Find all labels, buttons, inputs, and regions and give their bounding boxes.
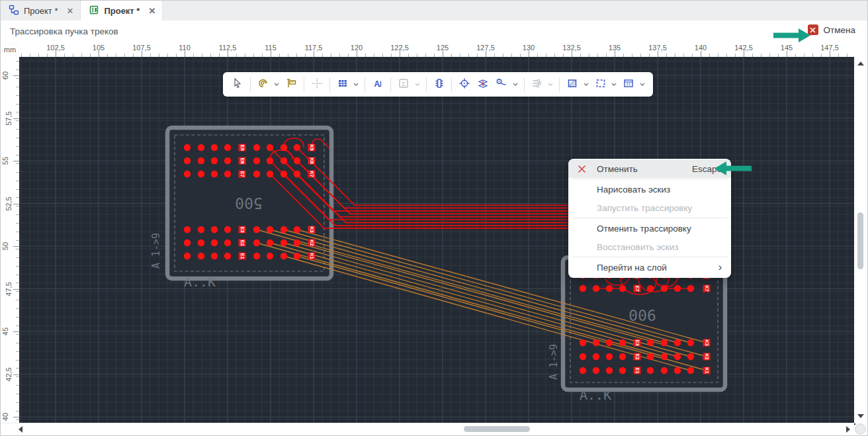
scroll-down-icon[interactable] xyxy=(857,414,864,418)
menu-item-restore-sketch[interactable]: Восстановить эскиз xyxy=(568,238,731,256)
toolbar-divider xyxy=(250,77,251,92)
toolbar-button-selection-area[interactable] xyxy=(592,76,609,93)
ruler-tick xyxy=(56,51,56,57)
svg-text:K3: K3 xyxy=(704,339,710,346)
toolbar-button-measure[interactable] xyxy=(282,76,300,93)
svg-text:K1: K1 xyxy=(309,253,315,259)
ruler-tick xyxy=(13,289,19,290)
ruler-label: 50 xyxy=(1,242,9,250)
cancel-x-icon xyxy=(578,165,589,173)
scroll-left-icon[interactable] xyxy=(19,426,22,433)
horizontal-scroll-thumb[interactable] xyxy=(464,426,530,432)
ruler-label: 57,5 xyxy=(5,111,13,125)
scroll-up-icon[interactable] xyxy=(857,62,864,65)
toolbar-button-align[interactable] xyxy=(308,76,326,93)
svg-text:K8: K8 xyxy=(309,157,315,164)
ruler-tick xyxy=(13,374,19,375)
ruler-tick xyxy=(572,51,572,57)
chevron-down-icon[interactable] xyxy=(610,76,619,93)
ruler-label: 132,5 xyxy=(557,44,586,52)
vertical-scrollbar[interactable] xyxy=(854,42,867,423)
resize-grip[interactable] xyxy=(855,423,866,435)
svg-text:900: 900 xyxy=(629,306,656,324)
ruler-label: 127,5 xyxy=(471,44,500,52)
toolbar-button-panel[interactable] xyxy=(620,76,637,93)
menu-item-label: Запустить трассировку xyxy=(597,203,692,213)
ruler-label: 40 xyxy=(1,413,9,421)
ruler-tick xyxy=(228,51,228,57)
scroll-right-icon[interactable] xyxy=(846,426,850,433)
selection-area-icon xyxy=(595,77,607,92)
menu-divider xyxy=(572,257,727,257)
panel-icon xyxy=(623,77,634,92)
tab-project-pcb[interactable]: Проект * ✕ xyxy=(81,1,163,21)
toolbar-divider xyxy=(390,77,391,92)
ruler-tick xyxy=(443,51,443,57)
toolbar-button-layer-transition[interactable] xyxy=(474,76,492,93)
menu-item-draw-sketch[interactable]: Нарисовать эскиз xyxy=(568,180,731,198)
chevron-down-icon[interactable] xyxy=(272,76,281,93)
close-icon[interactable]: ✕ xyxy=(67,6,74,16)
ruler-tick xyxy=(314,51,314,57)
menu-item-go-to-layer[interactable]: Перейти на слой› xyxy=(568,258,731,277)
menu-item-cancel[interactable]: ОтменитьEscape xyxy=(568,159,731,178)
toolbar-button-via[interactable] xyxy=(456,76,473,93)
via-icon xyxy=(458,77,470,92)
svg-text:Σ: Σ xyxy=(402,80,406,87)
ruler-label: 105 xyxy=(84,44,113,52)
svg-text:K9: K9 xyxy=(309,144,315,151)
toolbar-button-net-nodes[interactable] xyxy=(529,76,546,93)
context-menu: ОтменитьEscapeНарисовать эскизЗапустить … xyxy=(568,159,731,278)
menu-item-cancel-routing[interactable]: Отменить трассировку xyxy=(568,219,731,238)
svg-text:E3: E3 xyxy=(239,226,245,232)
tab-bar: Проект * ✕ Проект * ✕ xyxy=(1,1,867,21)
ruler-label: 140 xyxy=(686,44,715,52)
toolbar-button-polygon-fill[interactable] xyxy=(564,76,581,93)
chevron-down-icon[interactable] xyxy=(511,76,520,93)
chevron-down-icon[interactable] xyxy=(582,76,591,93)
chevron-down-icon[interactable] xyxy=(638,76,647,93)
toolbar-button-formula[interactable]: Σ xyxy=(395,76,412,93)
toolbar-button-cursor[interactable] xyxy=(229,76,246,93)
ruler-label: 137,5 xyxy=(643,44,672,52)
chevron-down-icon[interactable] xyxy=(413,76,422,93)
menu-item-start-routing[interactable]: Запустить трассировку xyxy=(568,198,731,217)
svg-text:500: 500 xyxy=(235,195,263,212)
vertical-ruler: 6057,55552,55047,54542,540 xyxy=(1,57,19,425)
toolbar-button-grid[interactable] xyxy=(334,76,351,93)
tab-project-schematic[interactable]: Проект * ✕ xyxy=(1,1,81,21)
cancel-button-label: Отмена xyxy=(824,25,855,35)
ruler-label: 60 xyxy=(1,71,9,79)
vertical-scroll-thumb[interactable] xyxy=(857,212,863,269)
toolbar-divider xyxy=(304,77,304,92)
toolbar-button-component[interactable] xyxy=(431,76,448,93)
zoom-net-icon xyxy=(496,77,507,92)
formula-icon: Σ xyxy=(398,77,410,92)
ruler-tick xyxy=(13,331,19,332)
chevron-down-icon[interactable] xyxy=(352,76,361,93)
cancel-button[interactable]: Отмена xyxy=(808,24,855,35)
pcb-editor-window: Проект * ✕ Проект * ✕ Трассировка пучка … xyxy=(0,0,868,436)
svg-text:A..K: A..K xyxy=(184,274,216,290)
svg-text:K2: K2 xyxy=(309,240,315,246)
ruler-label: 122,5 xyxy=(385,44,414,52)
ruler-label: 52,5 xyxy=(5,196,13,210)
toolbar-button-route-trace[interactable] xyxy=(255,76,272,93)
menu-item-label: Отменить xyxy=(597,164,638,174)
text-icon: A xyxy=(372,77,384,92)
toolbar-button-zoom-net[interactable] xyxy=(493,76,510,93)
ruler-tick xyxy=(486,51,486,57)
tab-label: Проект * xyxy=(24,6,58,16)
toolbar-button-text[interactable]: A xyxy=(369,76,386,93)
grid-icon xyxy=(337,77,349,92)
chevron-down-icon[interactable] xyxy=(546,76,555,93)
ruler-tick xyxy=(142,51,142,57)
ruler-label: 55 xyxy=(1,157,9,165)
menu-divider xyxy=(572,179,727,179)
ruler-label: 125 xyxy=(428,44,457,52)
close-icon[interactable]: ✕ xyxy=(148,6,155,16)
horizontal-scrollbar[interactable] xyxy=(1,423,854,435)
ruler-label: 147,5 xyxy=(815,44,844,52)
ruler-label: 135 xyxy=(600,44,629,52)
menu-item-label: Нарисовать эскиз xyxy=(597,185,670,195)
